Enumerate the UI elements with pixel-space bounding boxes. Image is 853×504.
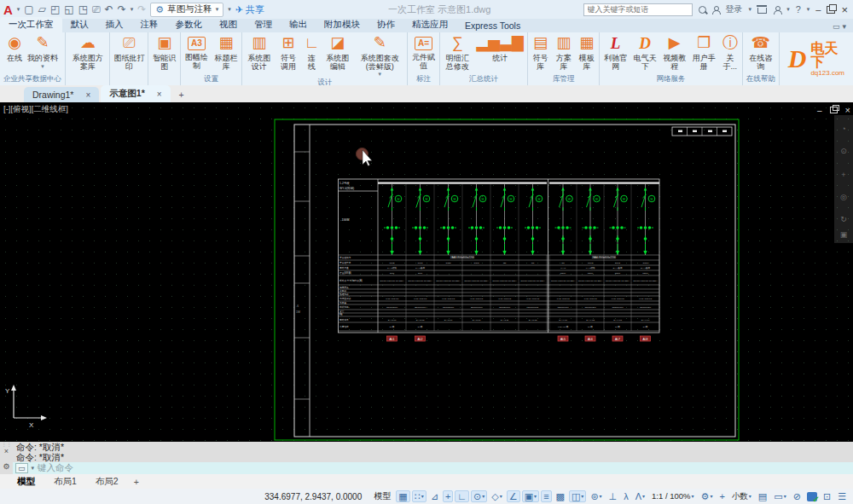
customization-icon[interactable]: ☰: [835, 490, 849, 502]
lichi-website-button[interactable]: L 利驰官网 ▼: [601, 32, 630, 71]
help-icon[interactable]: ?: [796, 4, 801, 14]
circuit-3[interactable]: W: [440, 184, 458, 255]
open-file-icon[interactable]: ▱: [38, 4, 46, 14]
lineweight-icon[interactable]: ≡: [541, 490, 551, 502]
协作[interactable]: 协作: [368, 17, 403, 32]
circuit-6[interactable]: W: [525, 184, 543, 255]
batch-plot-button[interactable]: ⎚ 图纸批打印 ▼: [111, 32, 147, 71]
navigation-bar[interactable]: [834, 115, 853, 243]
circuit-2[interactable]: W: [412, 184, 430, 255]
dianqi-tianxia-button[interactable]: D 电气天下 ▼: [630, 32, 660, 71]
Express Tools[interactable]: Express Tools: [456, 19, 529, 32]
template-library-button[interactable]: ▦ 模板库 ▼: [575, 32, 598, 71]
布局2[interactable]: 布局2: [87, 475, 127, 489]
user-manual-button[interactable]: ❐ 用户手册 ▼: [689, 32, 719, 71]
circuit-10[interactable]: W: [637, 184, 655, 255]
cad-drawing[interactable]: -61M1-2号楼WY-4(照明)-1WBWWWWWWWWWW开关柜编号2AA3…: [0, 102, 853, 442]
ribbon-collapse-icon[interactable]: ▭: [833, 22, 840, 31]
ortho-mode-icon[interactable]: ∟: [455, 490, 469, 502]
infer-constraints-icon[interactable]: ⊿: [428, 490, 441, 502]
nav-tool-icon[interactable]: ◔: [841, 125, 845, 133]
app-store-icon[interactable]: [757, 8, 767, 14]
管理[interactable]: 管理: [246, 17, 281, 32]
save-as-icon[interactable]: ◱: [64, 4, 73, 14]
isolate-objects-icon[interactable]: ⊘: [791, 490, 804, 502]
circuit-7[interactable]: W: [555, 184, 573, 255]
model-space-button[interactable]: 模型: [370, 490, 394, 503]
dynamic-input-icon[interactable]: +: [443, 490, 453, 502]
help-caret-icon[interactable]: ▾: [807, 6, 810, 13]
参数化[interactable]: 参数化: [167, 17, 212, 32]
component-assign-button[interactable]: A= 元件赋值 ▼: [409, 32, 438, 70]
command-caret-icon[interactable]: ▾: [32, 465, 35, 472]
dynamic-ucs-icon[interactable]: ⊥: [606, 490, 620, 502]
app-menu-caret-icon[interactable]: ▾: [17, 6, 20, 13]
new-tab-button[interactable]: +: [172, 87, 191, 102]
workspace-selector[interactable]: ⚙ 草图与注释 ▾: [150, 3, 223, 17]
app-logo-icon[interactable]: A: [3, 3, 13, 16]
精选应用[interactable]: 精选应用: [403, 17, 456, 32]
视图[interactable]: 视图: [211, 17, 246, 32]
about-button[interactable]: ⓘ 关于... ▼: [719, 32, 741, 71]
circuit-1[interactable]: W: [384, 184, 402, 255]
nav-tool-icon[interactable]: ↻: [840, 215, 847, 223]
undo-icon[interactable]: ↶: [105, 4, 113, 14]
user-icon[interactable]: [712, 6, 720, 14]
command-customize-icon[interactable]: ⚙: [3, 462, 9, 471]
circuit-5[interactable]: W: [496, 184, 514, 255]
graphics-performance-icon[interactable]: [807, 492, 817, 501]
redo-icon[interactable]: ↷: [118, 4, 126, 14]
titleblock-library-button[interactable]: ▦ 标题栏库 ▼: [212, 32, 241, 71]
circuit-8[interactable]: W: [583, 184, 601, 255]
circuit-4[interactable]: W: [468, 184, 486, 255]
plot-icon[interactable]: ⎚: [92, 4, 101, 14]
signin-label[interactable]: 登录: [726, 3, 743, 15]
online-button[interactable]: ◉ 在线 ▼: [4, 32, 25, 63]
my-profile-button[interactable]: ✎ 我的资料 ▼: [25, 32, 61, 69]
restore-button[interactable]: [827, 6, 835, 14]
detail-summary-edit-button[interactable]: ∑ 明细汇总修改 ▼: [441, 32, 474, 71]
Drawing1*[interactable]: Drawing1* ×: [24, 87, 99, 102]
polar-tracking-icon[interactable]: ⊙▾: [471, 490, 487, 502]
一次工作室[interactable]: 一次工作室: [0, 17, 62, 32]
nav-tool-icon[interactable]: ◎: [840, 193, 847, 201]
clean-screen-icon[interactable]: ⊡: [821, 490, 833, 502]
symbol-insert-button[interactable]: ⊞ 符号调用 ▼: [275, 32, 301, 71]
system-diagram-scheme-library-button[interactable]: ☁ 系统图方案库 ▼: [67, 32, 108, 71]
system-diagram-remap-button[interactable]: ✎ 系统图套改 (尝鲜版) ▼: [353, 32, 406, 78]
示意图1*[interactable]: 示意图1* ×: [101, 85, 170, 102]
nav-tool-icon[interactable]: ▣: [840, 230, 848, 239]
collaborate-caret-icon[interactable]: ▾: [786, 6, 790, 13]
lock-ui-icon[interactable]: ▭▾: [771, 490, 788, 502]
object-snap-icon[interactable]: ▣▾: [522, 490, 539, 502]
transparency-icon[interactable]: ▩: [554, 490, 567, 502]
statistics-button[interactable]: ▂▅▃▇ 统计 ▼: [473, 32, 525, 63]
help-search-input[interactable]: [583, 3, 693, 16]
selection-cycling-icon[interactable]: ◫▾: [569, 490, 586, 502]
smart-recognize-button[interactable]: ▣ 智能识图 ▼: [149, 32, 179, 71]
command-close-icon[interactable]: ×: [4, 447, 9, 455]
附加模块[interactable]: 附加模块: [316, 17, 368, 32]
units-button[interactable]: 小数▾: [729, 490, 754, 502]
symbol-library-button[interactable]: ▤ 符号库 ▼: [529, 32, 552, 71]
close-tab-icon[interactable]: ×: [157, 90, 162, 99]
undo-caret-icon[interactable]: ▾: [131, 6, 134, 13]
object-snap-tracking-icon[interactable]: ∠: [507, 490, 520, 502]
插入[interactable]: 插入: [97, 17, 132, 32]
close-button[interactable]: ×: [841, 3, 848, 16]
system-diagram-edit-button[interactable]: ◪ 系统图编辑 ▼: [322, 32, 353, 71]
system-diagram-design-button[interactable]: ▥ 系统图设计 ▼: [243, 32, 275, 71]
minimize-button[interactable]: –: [815, 4, 821, 14]
close-tab-icon[interactable]: ×: [85, 90, 90, 100]
workspace-switch-icon[interactable]: ⚙▾: [699, 490, 716, 502]
模型[interactable]: 模型: [9, 475, 44, 489]
ribbon-collapse-caret-icon[interactable]: ▾: [842, 22, 846, 31]
collaborate-icon[interactable]: [773, 6, 780, 14]
video-tutorial-button[interactable]: ▶ 视频教程 ▼: [659, 32, 689, 71]
command-input-placeholder[interactable]: 键入命令: [38, 462, 73, 474]
输出[interactable]: 输出: [281, 17, 316, 32]
默认[interactable]: 默认: [62, 17, 97, 32]
annotation-autoscale-icon[interactable]: Λ▾: [633, 490, 647, 502]
save-icon[interactable]: ◰: [50, 4, 60, 14]
nav-tool-icon[interactable]: ⊙: [840, 147, 847, 155]
